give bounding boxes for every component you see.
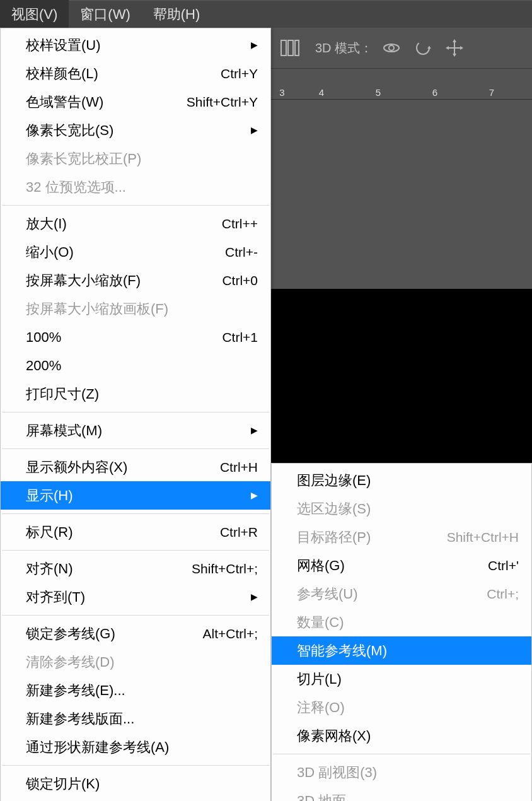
menu-item-shortcut: Ctrl+' <box>478 556 519 576</box>
menu-item-label: 色域警告(W) <box>26 91 103 112</box>
svg-rect-2 <box>295 40 299 56</box>
ruler-tick: 4 <box>293 87 350 98</box>
svg-marker-6 <box>427 46 431 49</box>
view-menu-item-13[interactable]: 打印尺寸(Z) <box>1 380 270 408</box>
show-submenu-item-2: 目标路径(P)Shift+Ctrl+H <box>272 523 531 551</box>
menu-item-shortcut: Shift+Ctrl+Y <box>176 92 258 112</box>
menu-item-label: 32 位预览选项... <box>26 177 126 197</box>
ruler-tick: 6 <box>407 87 463 98</box>
canvas-gray-area <box>271 100 532 289</box>
menu-item-shortcut: Alt+Ctrl+; <box>192 624 258 644</box>
menu-item-shortcut: Ctrl+0 <box>212 271 258 291</box>
show-submenu-item-0[interactable]: 图层边缘(E) <box>272 466 531 494</box>
menu-item-label: 图层边缘(E) <box>297 470 371 491</box>
menu-item-label: 100% <box>26 327 61 348</box>
view-menu-item-15[interactable]: 屏幕模式(M)▶ <box>1 416 270 445</box>
menu-item-label: 参考线(U) <box>297 583 358 604</box>
menu-separator <box>2 765 269 766</box>
ruler-tick: 5 <box>350 87 407 98</box>
submenu-arrow-icon: ▶ <box>251 489 258 502</box>
submenu-arrow-icon: ▶ <box>251 590 258 604</box>
menu-item-label: 3D 地面 <box>297 790 346 801</box>
menu-separator <box>2 448 269 449</box>
show-submenu-item-8: 注释(O) <box>272 693 531 722</box>
menu-item-label: 像素长宽比(S) <box>26 120 113 141</box>
view-menu-item-25[interactable]: 锁定参考线(G)Alt+Ctrl+; <box>1 619 270 648</box>
menu-separator <box>2 412 269 412</box>
view-menu-item-3[interactable]: 像素长宽比(S)▶ <box>1 116 270 144</box>
menu-item-label: 新建参考线(E)... <box>26 680 125 701</box>
svg-marker-7 <box>453 39 456 42</box>
view-menu-item-20[interactable]: 标尺(R)Ctrl+R <box>1 518 270 546</box>
show-submenu-item-7[interactable]: 切片(L) <box>272 665 531 693</box>
menubar-item-view[interactable]: 视图(V) <box>0 0 69 29</box>
view-menu-item-29[interactable]: 通过形状新建参考线(A) <box>1 733 270 761</box>
menu-separator <box>2 615 269 616</box>
view-menu-item-10: 按屏幕大小缩放画板(F) <box>1 295 270 323</box>
menu-item-label: 对齐到(T) <box>26 587 85 607</box>
view-menu-item-18[interactable]: 显示(H)▶ <box>1 481 270 510</box>
show-submenu-item-3[interactable]: 网格(G)Ctrl+' <box>272 551 531 580</box>
svg-marker-9 <box>446 46 449 50</box>
view-menu-item-22[interactable]: 对齐(N)Shift+Ctrl+; <box>1 554 270 583</box>
view-menu-item-1[interactable]: 校样颜色(L)Ctrl+Y <box>1 59 270 88</box>
menu-item-label: 锁定切片(K) <box>26 773 100 794</box>
menubar: 视图(V) 窗口(W) 帮助(H) <box>0 0 532 28</box>
submenu-arrow-icon: ▶ <box>251 124 258 137</box>
menu-separator <box>2 513 269 514</box>
svg-marker-8 <box>453 54 456 57</box>
rotate-icon[interactable] <box>410 35 436 61</box>
menu-item-shortcut: Ctrl+H <box>210 457 258 477</box>
panel-icon[interactable] <box>277 35 303 61</box>
svg-point-4 <box>389 45 394 50</box>
menu-item-label: 标尺(R) <box>26 522 73 542</box>
menu-item-label: 显示额外内容(X) <box>26 457 127 477</box>
view-menu-dropdown: 校样设置(U)▶校样颜色(L)Ctrl+Y色域警告(W)Shift+Ctrl+Y… <box>0 28 271 801</box>
menu-item-label: 缩小(O) <box>26 242 74 262</box>
show-submenu-item-6[interactable]: 智能参考线(M) <box>272 636 531 665</box>
menu-item-label: 新建参考线版面... <box>26 708 134 729</box>
ruler-tick: 3 <box>271 87 293 98</box>
menu-item-shortcut: Shift+Ctrl+H <box>437 527 519 547</box>
show-submenu: 图层边缘(E)选区边缘(S)目标路径(P)Shift+Ctrl+H网格(G)Ct… <box>271 463 532 801</box>
svg-marker-10 <box>460 46 463 50</box>
ruler: 3 4 5 6 7 <box>271 68 532 100</box>
view-menu-item-8[interactable]: 缩小(O)Ctrl+- <box>1 238 270 266</box>
view-menu-item-23[interactable]: 对齐到(T)▶ <box>1 583 270 611</box>
toolbar-3d-label: 3D 模式： <box>315 40 373 57</box>
menu-item-label: 打印尺寸(Z) <box>26 383 99 404</box>
pan-icon[interactable] <box>442 35 467 61</box>
menu-item-label: 校样设置(U) <box>26 35 101 56</box>
menubar-item-help[interactable]: 帮助(H) <box>142 0 212 29</box>
view-menu-item-0[interactable]: 校样设置(U)▶ <box>1 31 270 59</box>
view-menu-item-32: 清除切片(C) <box>1 798 270 801</box>
view-menu-item-28[interactable]: 新建参考线版面... <box>1 705 270 733</box>
show-submenu-item-4: 参考线(U)Ctrl+; <box>272 580 531 608</box>
view-menu-item-9[interactable]: 按屏幕大小缩放(F)Ctrl+0 <box>1 266 270 295</box>
menu-item-label: 网格(G) <box>297 555 345 576</box>
submenu-arrow-icon: ▶ <box>251 38 258 52</box>
view-menu-item-26: 清除参考线(D) <box>1 648 270 676</box>
view-menu-item-11[interactable]: 100%Ctrl+1 <box>1 323 270 351</box>
view-menu-item-7[interactable]: 放大(I)Ctrl++ <box>1 209 270 238</box>
orbit-icon[interactable] <box>379 35 404 61</box>
view-menu-item-27[interactable]: 新建参考线(E)... <box>1 676 270 705</box>
menu-item-label: 3D 副视图(3) <box>297 762 377 783</box>
view-menu-item-2[interactable]: 色域警告(W)Shift+Ctrl+Y <box>1 88 270 116</box>
menu-item-label: 清除参考线(D) <box>26 652 115 672</box>
svg-rect-1 <box>288 40 293 56</box>
view-menu-item-31[interactable]: 锁定切片(K) <box>1 769 270 798</box>
menu-item-label: 像素长宽比校正(P) <box>26 148 141 169</box>
view-menu-item-12[interactable]: 200% <box>1 351 270 380</box>
view-menu-item-4: 像素长宽比校正(P) <box>1 144 270 173</box>
menu-item-label: 智能参考线(M) <box>297 640 387 661</box>
menu-item-shortcut: Ctrl+Y <box>211 64 258 84</box>
menu-item-shortcut: Ctrl+- <box>215 242 258 262</box>
menu-item-label: 切片(L) <box>297 669 342 689</box>
show-submenu-item-9[interactable]: 像素网格(X) <box>272 722 531 750</box>
menu-separator <box>273 754 530 754</box>
view-menu-item-17[interactable]: 显示额外内容(X)Ctrl+H <box>1 453 270 481</box>
menu-item-shortcut: Ctrl+R <box>210 522 258 542</box>
show-submenu-item-12: 3D 地面 <box>272 786 531 801</box>
menubar-item-window[interactable]: 窗口(W) <box>69 0 141 29</box>
